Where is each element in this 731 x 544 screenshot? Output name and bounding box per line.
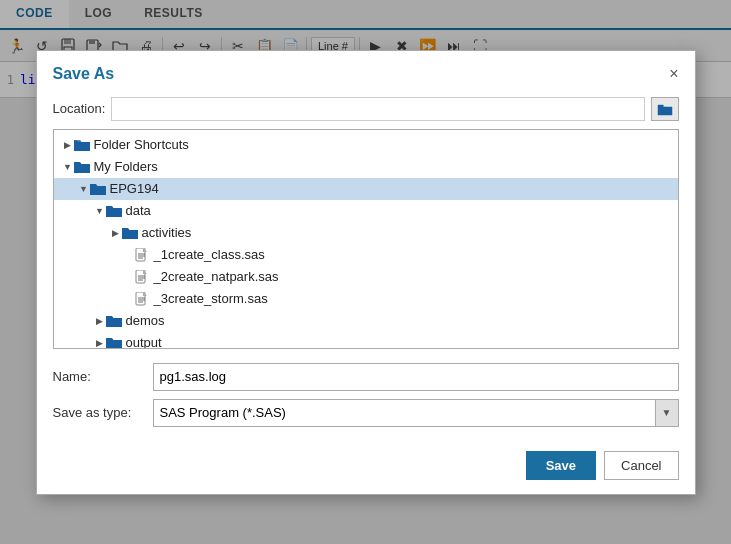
close-button[interactable]: × [669,66,678,82]
buttons-row: Save Cancel [37,445,695,494]
cancel-button[interactable]: Cancel [604,451,678,480]
tree-label: My Folders [94,159,158,174]
file-tree: ▶ Folder Shortcuts ▼ My Folders [54,130,678,349]
tree-item-file2[interactable]: _2create_natpark.sas [54,266,678,288]
type-select[interactable]: SAS Program (*.SAS) All Files (*.*) [153,399,679,427]
tree-item-file1[interactable]: _1create_class.sas [54,244,678,266]
toggle-icon: ▶ [94,338,106,348]
file-icon [134,292,150,306]
name-row: Name: [53,363,679,391]
folder-icon [90,182,106,196]
tree-label: data [126,203,151,218]
location-input[interactable] [111,97,644,121]
toggle-icon: ▼ [62,162,74,172]
tree-label: _1create_class.sas [154,247,265,262]
save-as-dialog: Save As × Location: ▶ [36,50,696,495]
folder-icon [74,138,90,152]
name-input[interactable] [153,363,679,391]
tree-item-data[interactable]: ▼ data [54,200,678,222]
type-label: Save as type: [53,405,153,420]
toggle-icon: ▶ [110,228,122,238]
modal-overlay: Save As × Location: ▶ [0,0,731,544]
folder-icon [74,160,90,174]
tree-label: demos [126,313,165,328]
toggle-icon: ▶ [62,140,74,150]
location-label: Location: [53,101,106,116]
type-select-wrapper: SAS Program (*.SAS) All Files (*.*) ▼ [153,399,679,427]
name-label: Name: [53,369,153,384]
toggle-icon: ▶ [94,316,106,326]
toggle-icon: ▼ [78,184,90,194]
tree-label: Folder Shortcuts [94,137,189,152]
file-tree-container[interactable]: ▶ Folder Shortcuts ▼ My Folders [53,129,679,349]
toggle-icon: ▼ [94,206,106,216]
location-row: Location: [37,93,695,125]
dialog-title: Save As [53,65,115,83]
tree-item-folder-shortcuts[interactable]: ▶ Folder Shortcuts [54,134,678,156]
tree-item-activities[interactable]: ▶ activities [54,222,678,244]
form-section: Name: Save as type: SAS Program (*.SAS) … [37,353,695,445]
folder-icon [106,204,122,218]
tree-item-file3[interactable]: _3create_storm.sas [54,288,678,310]
type-row: Save as type: SAS Program (*.SAS) All Fi… [53,399,679,427]
tree-item-my-folders[interactable]: ▼ My Folders [54,156,678,178]
folder-icon [122,226,138,240]
folder-icon [106,314,122,328]
tree-label: output [126,335,162,349]
tree-item-demos[interactable]: ▶ demos [54,310,678,332]
tree-label: _3create_storm.sas [154,291,268,306]
file-icon [134,270,150,284]
tree-item-output[interactable]: ▶ output [54,332,678,349]
save-button[interactable]: Save [526,451,596,480]
tree-label: _2create_natpark.sas [154,269,279,284]
tree-label: EPG194 [110,181,159,196]
folder-icon [106,336,122,349]
tree-label: activities [142,225,192,240]
browse-button[interactable] [651,97,679,121]
tree-item-epg194[interactable]: ▼ EPG194 [54,178,678,200]
dialog-header: Save As × [37,51,695,93]
file-icon [134,248,150,262]
